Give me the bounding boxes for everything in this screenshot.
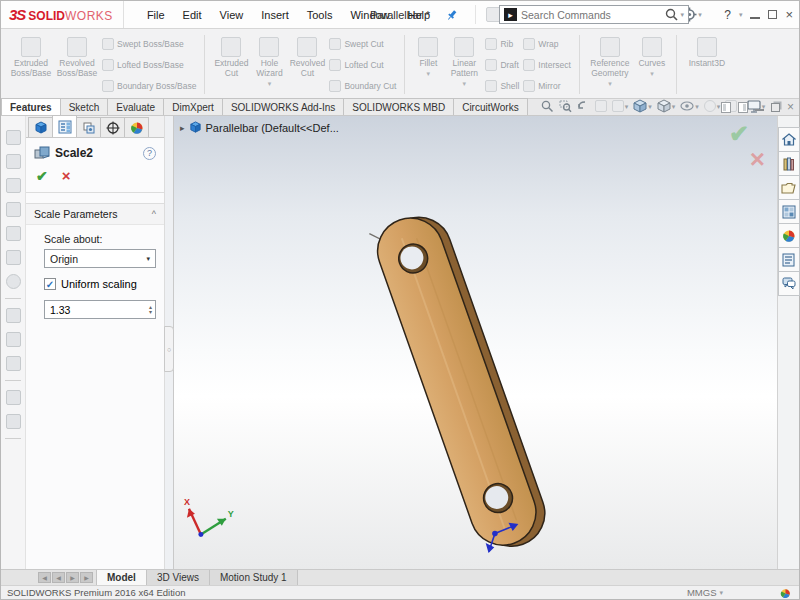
- left-tool-icon[interactable]: [6, 332, 21, 347]
- forum-tab[interactable]: [778, 271, 800, 296]
- units-selector[interactable]: MMGS ▾: [687, 587, 723, 598]
- tab-circuitworks[interactable]: CircuitWorks: [453, 98, 527, 115]
- scale-about-dropdown[interactable]: Origin ▾: [44, 249, 156, 268]
- custom-properties-tab[interactable]: [778, 247, 800, 272]
- collapse-left-pane-button[interactable]: [721, 102, 731, 113]
- fillet-button[interactable]: Fillet ▾: [411, 34, 445, 78]
- boundary-cut-button[interactable]: Boundary Cut: [329, 80, 396, 92]
- menu-insert[interactable]: Insert: [252, 5, 298, 25]
- scroll-next-button[interactable]: ▶: [66, 572, 79, 583]
- search-magnifier-icon[interactable]: ▾: [665, 8, 684, 21]
- display-style-button[interactable]: ▾: [657, 99, 676, 113]
- scroll-prev-button[interactable]: ◀: [52, 572, 65, 583]
- left-tool-icon[interactable]: [6, 154, 21, 169]
- uniform-scaling-row[interactable]: ✓ Uniform scaling: [44, 278, 156, 290]
- display-manager-tab[interactable]: [124, 117, 149, 137]
- scroll-last-button[interactable]: ▶: [80, 572, 93, 583]
- menu-window[interactable]: Window: [341, 5, 398, 25]
- tab-dimxpert[interactable]: DimXpert: [163, 98, 223, 115]
- sketch-tools-button[interactable]: ▾: [612, 100, 629, 112]
- view-orientation-button[interactable]: ▾: [633, 99, 652, 113]
- doc-restore-button[interactable]: [771, 103, 780, 112]
- search-input[interactable]: [521, 9, 665, 21]
- solidworks-resources-icon[interactable]: [780, 588, 791, 600]
- maximize-button[interactable]: [768, 10, 777, 19]
- collapse-right-pane-button[interactable]: [738, 102, 748, 113]
- ok-button[interactable]: ✔: [36, 168, 48, 184]
- minimize-button[interactable]: [750, 10, 760, 19]
- left-tool-icon[interactable]: [6, 178, 21, 193]
- left-tool-icon[interactable]: [6, 226, 21, 241]
- previous-view-button[interactable]: [577, 100, 590, 113]
- swept-boss-base-button[interactable]: Swept Boss/Base: [102, 38, 196, 50]
- 3d-views-tab[interactable]: 3D Views: [147, 570, 210, 585]
- intersect-button[interactable]: Intersect: [523, 59, 571, 71]
- section-view-button[interactable]: [595, 100, 607, 112]
- panel-splitter[interactable]: ○: [164, 116, 174, 569]
- feature-manager-tab[interactable]: [28, 117, 53, 137]
- left-tool-icon[interactable]: [6, 414, 21, 429]
- splitter-handle[interactable]: ○: [164, 326, 174, 372]
- extruded-cut-button[interactable]: Extruded Cut: [211, 34, 251, 79]
- file-explorer-tab[interactable]: [778, 175, 800, 200]
- left-tool-icon[interactable]: [6, 250, 21, 265]
- linear-pattern-button[interactable]: Linear Pattern ▾: [445, 34, 483, 88]
- parallel-bar-part[interactable]: [369, 206, 554, 558]
- model-tab[interactable]: Model: [96, 570, 147, 585]
- graphics-viewport[interactable]: ▸ Parallelbar (Default<<Def... ✔ ×: [174, 116, 777, 569]
- property-manager-tab[interactable]: [52, 115, 77, 137]
- reference-geometry-button[interactable]: Reference Geometry ▾: [586, 34, 634, 88]
- lofted-boss-base-button[interactable]: Lofted Boss/Base: [102, 59, 196, 71]
- left-tool-icon[interactable]: [6, 130, 21, 145]
- menu-edit[interactable]: Edit: [174, 5, 211, 25]
- help-button[interactable]: ?: [724, 8, 731, 22]
- hide-show-items-button[interactable]: ▾: [680, 101, 699, 111]
- wrap-button[interactable]: Wrap: [523, 38, 571, 50]
- tab-features[interactable]: Features: [1, 98, 61, 115]
- draft-button[interactable]: Draft: [485, 59, 519, 71]
- left-tool-icon[interactable]: [6, 390, 21, 405]
- scale-factor-spinner[interactable]: ▴ ▾: [149, 305, 155, 315]
- tab-sketch[interactable]: Sketch: [60, 98, 109, 115]
- close-button[interactable]: ×: [785, 8, 793, 21]
- edit-appearance-button[interactable]: ▾: [704, 100, 721, 112]
- left-tool-icon[interactable]: [6, 356, 21, 371]
- cancel-button[interactable]: ×: [62, 168, 71, 184]
- configuration-manager-tab[interactable]: [76, 117, 101, 137]
- scroll-first-button[interactable]: ◀: [38, 572, 51, 583]
- menu-tools[interactable]: Tools: [298, 5, 342, 25]
- revolved-boss-base-button[interactable]: Revolved Boss/Base: [54, 34, 100, 79]
- extruded-boss-base-button[interactable]: Extruded Boss/Base: [8, 34, 54, 79]
- lofted-cut-button[interactable]: Lofted Cut: [329, 59, 396, 71]
- appearances-tab[interactable]: [778, 223, 800, 248]
- mirror-button[interactable]: Mirror: [523, 80, 571, 92]
- design-library-tab[interactable]: [778, 151, 800, 176]
- dimxpert-manager-tab[interactable]: [100, 117, 125, 137]
- swept-cut-button[interactable]: Swept Cut: [329, 38, 396, 50]
- rib-button[interactable]: Rib: [485, 38, 519, 50]
- pin-menu-icon[interactable]: [445, 8, 459, 22]
- hole-wizard-button[interactable]: Hole Wizard ▾: [251, 34, 287, 88]
- menu-view[interactable]: View: [211, 5, 253, 25]
- zoom-to-fit-button[interactable]: [541, 100, 554, 113]
- doc-minimize-button[interactable]: [755, 103, 764, 111]
- motion-study-tab[interactable]: Motion Study 1: [210, 570, 298, 585]
- scale-parameters-header[interactable]: Scale Parameters ^: [26, 203, 164, 225]
- doc-close-button[interactable]: ×: [787, 101, 794, 113]
- help-icon[interactable]: ?: [143, 147, 156, 160]
- left-tool-icon[interactable]: [6, 274, 21, 289]
- collapse-section-icon[interactable]: ^: [152, 209, 156, 219]
- view-palette-tab[interactable]: [778, 199, 800, 224]
- spinner-down-icon[interactable]: ▾: [149, 310, 152, 315]
- home-tab[interactable]: [778, 127, 800, 152]
- zoom-to-area-button[interactable]: [559, 100, 572, 113]
- tab-solidworks-add-ins[interactable]: SOLIDWORKS Add-Ins: [222, 98, 344, 115]
- left-tool-icon[interactable]: [6, 308, 21, 323]
- menu-file[interactable]: File: [138, 5, 174, 25]
- scale-factor-input[interactable]: [45, 304, 149, 316]
- curves-button[interactable]: Curves ▾: [634, 34, 670, 78]
- revolved-cut-button[interactable]: Revolved Cut: [287, 34, 327, 79]
- menu-help[interactable]: Help: [399, 5, 440, 25]
- boundary-boss-base-button[interactable]: Boundary Boss/Base: [102, 80, 196, 92]
- left-tool-icon[interactable]: [6, 202, 21, 217]
